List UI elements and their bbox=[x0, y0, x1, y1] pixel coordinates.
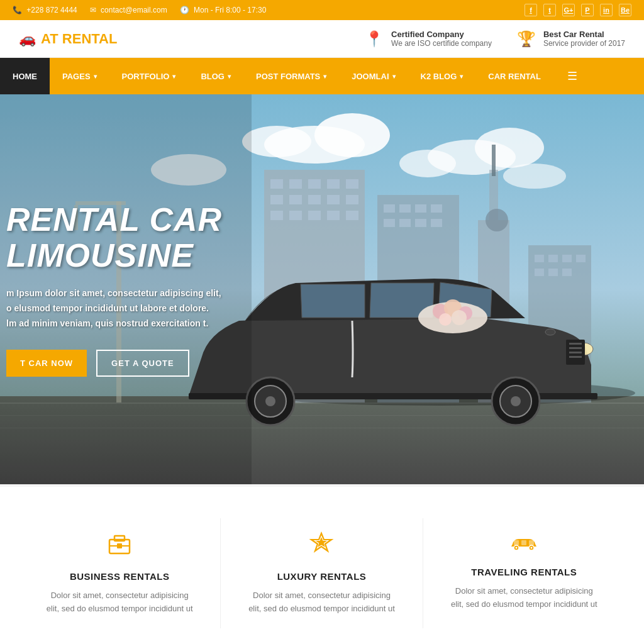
svg-rect-47 bbox=[535, 269, 544, 276]
certified-text: Certified Company We are ISO certifide c… bbox=[391, 30, 492, 48]
social-twitter[interactable]: t bbox=[543, 4, 556, 16]
social-googleplus[interactable]: G+ bbox=[562, 4, 575, 16]
social-linkedin[interactable]: in bbox=[600, 4, 613, 16]
hero-cta-buttons: T CAR NOW GET A QUOTE bbox=[6, 350, 327, 377]
get-quote-button[interactable]: GET A QUOTE bbox=[96, 350, 189, 377]
best-rental-title: Best Car Rental bbox=[543, 30, 625, 39]
nav-post-formats[interactable]: POST FORMATS ▾ bbox=[243, 58, 339, 94]
svg-point-73 bbox=[545, 329, 555, 335]
trophy-icon: 🏆 bbox=[517, 30, 536, 48]
svg-rect-83 bbox=[529, 540, 534, 545]
nav-joomlai[interactable]: JOOMLAI ▾ bbox=[339, 58, 408, 94]
social-behance[interactable]: Be bbox=[619, 4, 631, 16]
portfolio-chevron: ▾ bbox=[172, 73, 175, 80]
svg-rect-30 bbox=[384, 204, 395, 213]
svg-rect-32 bbox=[415, 204, 426, 213]
svg-rect-36 bbox=[415, 219, 426, 227]
phone-icon: 📞 bbox=[13, 6, 22, 14]
rent-now-button[interactable]: T CAR NOW bbox=[6, 350, 87, 377]
svg-rect-16 bbox=[308, 179, 321, 189]
blog-chevron: ▾ bbox=[228, 73, 231, 80]
k2blog-chevron: ▾ bbox=[460, 73, 463, 80]
hero-description: m Ipsum dolor sit amet, consectetur adip… bbox=[6, 286, 327, 331]
nav-k2-blog[interactable]: K2 BLOG ▾ bbox=[408, 58, 476, 94]
main-nav: HOME PAGES ▾ PORTFOLIO ▾ BLOG ▾ POST FOR… bbox=[0, 58, 644, 94]
svg-rect-31 bbox=[399, 204, 411, 213]
certified-title: Certified Company bbox=[391, 30, 492, 39]
svg-rect-43 bbox=[535, 255, 544, 262]
email-icon: ✉ bbox=[90, 6, 96, 14]
business-icon bbox=[44, 531, 195, 562]
traveling-rentals-card: TRAVELING RENTALS Dolor sit amet, consec… bbox=[423, 518, 625, 628]
svg-rect-65 bbox=[569, 352, 582, 353]
nav-home[interactable]: HOME bbox=[0, 58, 50, 94]
site-header: 🚗 AT RENTAL 📍 Certified Company We are I… bbox=[0, 20, 644, 58]
svg-rect-78 bbox=[117, 543, 122, 548]
best-rental-desc: Service provider of 2017 bbox=[543, 39, 625, 48]
nav-car-rental[interactable]: CAR RENTAL bbox=[475, 58, 553, 94]
certified-feature: 📍 Certified Company We are ISO certifide… bbox=[365, 30, 492, 48]
svg-rect-18 bbox=[346, 179, 358, 189]
svg-rect-15 bbox=[289, 179, 302, 189]
logo-text: AT RENTAL bbox=[41, 31, 117, 47]
svg-rect-22 bbox=[327, 195, 340, 204]
traveling-desc: Dolor sit amet, consectetur adipisicing … bbox=[448, 585, 600, 611]
social-links: f t G+ P in Be bbox=[525, 4, 631, 16]
header-features: 📍 Certified Company We are ISO certifide… bbox=[365, 30, 625, 48]
joomlai-chevron: ▾ bbox=[392, 73, 396, 80]
car-logo-icon: 🚗 bbox=[19, 31, 36, 47]
luxury-icon bbox=[246, 531, 397, 562]
svg-rect-48 bbox=[548, 269, 558, 276]
svg-rect-37 bbox=[431, 219, 442, 227]
svg-point-57 bbox=[511, 396, 521, 406]
svg-point-60 bbox=[265, 396, 275, 406]
social-pinterest[interactable]: P bbox=[581, 4, 594, 16]
svg-rect-49 bbox=[562, 269, 572, 276]
svg-point-9 bbox=[475, 128, 544, 168]
top-bar-contact: 📞 +228 872 4444 ✉ contact@email.com 🕐 Mo… bbox=[13, 6, 266, 14]
svg-rect-35 bbox=[399, 219, 411, 227]
svg-rect-44 bbox=[548, 255, 558, 262]
svg-rect-34 bbox=[384, 219, 395, 227]
site-logo[interactable]: 🚗 AT RENTAL bbox=[19, 31, 117, 47]
best-rental-feature: 🏆 Best Car Rental Service provider of 20… bbox=[517, 30, 625, 48]
svg-rect-14 bbox=[270, 179, 283, 189]
hero-title: RENTAL CAR LIMOUSINE bbox=[6, 202, 327, 274]
svg-point-72 bbox=[452, 310, 467, 325]
nav-hamburger[interactable]: ☰ bbox=[553, 58, 591, 94]
traveling-icon bbox=[448, 531, 600, 557]
post-formats-chevron: ▾ bbox=[323, 73, 326, 80]
svg-point-41 bbox=[486, 209, 508, 231]
certified-desc: We are ISO certifide company bbox=[391, 39, 492, 48]
luxury-title: LUXURY RENTALS bbox=[246, 571, 397, 582]
svg-rect-82 bbox=[521, 540, 526, 545]
svg-point-7 bbox=[242, 126, 311, 157]
pages-chevron: ▾ bbox=[94, 73, 97, 80]
svg-point-87 bbox=[531, 547, 533, 549]
nav-blog[interactable]: BLOG ▾ bbox=[188, 58, 243, 94]
social-facebook[interactable]: f bbox=[525, 4, 537, 16]
svg-rect-17 bbox=[327, 179, 340, 189]
business-desc: Dolor sit amet, consectetur adipisicing … bbox=[44, 589, 195, 616]
svg-rect-23 bbox=[346, 195, 358, 204]
features-section: BUSINESS RENTALS Dolor sit amet, consect… bbox=[0, 484, 644, 644]
certified-icon: 📍 bbox=[365, 30, 384, 48]
business-rentals-card: BUSINESS RENTALS Dolor sit amet, consect… bbox=[19, 518, 221, 628]
svg-rect-46 bbox=[576, 255, 586, 262]
svg-point-71 bbox=[439, 313, 452, 326]
svg-rect-63 bbox=[569, 343, 582, 345]
svg-point-12 bbox=[503, 164, 566, 189]
svg-rect-40 bbox=[492, 145, 496, 176]
clock-icon: 🕐 bbox=[180, 6, 189, 14]
luxury-desc: Dolor sit amet, consectetur adipisicing … bbox=[246, 589, 397, 616]
nav-portfolio[interactable]: PORTFOLIO ▾ bbox=[109, 58, 189, 94]
business-title: BUSINESS RENTALS bbox=[44, 571, 195, 582]
hours-info: 🕐 Mon - Fri 8:00 - 17:30 bbox=[180, 6, 267, 14]
svg-rect-64 bbox=[569, 347, 582, 349]
svg-rect-27 bbox=[327, 211, 340, 220]
svg-rect-76 bbox=[114, 536, 125, 541]
nav-pages[interactable]: PAGES ▾ bbox=[50, 58, 109, 94]
email-info: ✉ contact@email.com bbox=[90, 6, 167, 14]
svg-rect-33 bbox=[431, 204, 442, 213]
svg-point-6 bbox=[314, 113, 390, 157]
